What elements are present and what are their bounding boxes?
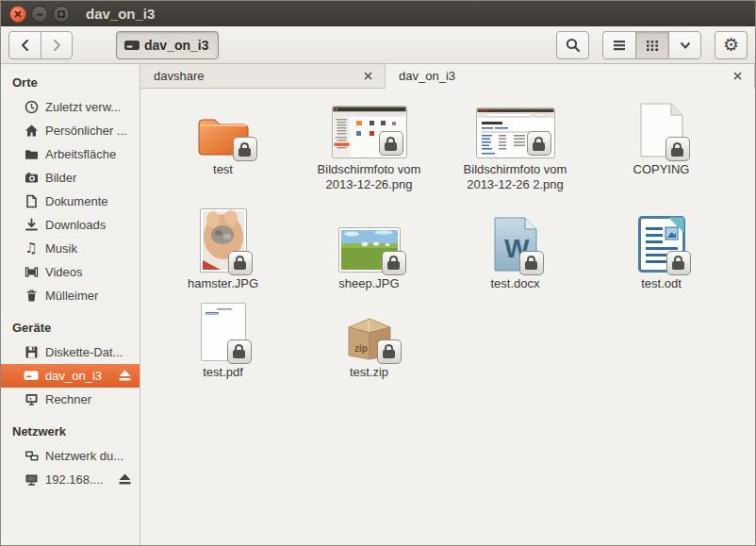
tab-davshare[interactable]: davshare [140,64,386,88]
film-icon [24,265,39,280]
places-sidebar: Orte Zuletzt verw... Persönlicher ... Ar… [1,64,140,545]
sidebar-item-muelleimer[interactable]: Mülleimer [1,284,140,307]
sidebar-item-videos[interactable]: Videos [1,260,140,284]
close-icon [364,72,372,80]
screenshot-thumbnail [332,106,407,158]
sidebar-item-label: 192.168.... [45,472,103,487]
main-area: Orte Zuletzt verw... Persönlicher ... Ar… [1,64,755,545]
content-column: davshare dav_on_i3 [140,64,755,545]
sidebar-item-192-168[interactable]: 192.168.... [1,468,140,491]
clock-icon [24,100,39,115]
chevron-down-icon [678,38,693,53]
file-test-folder[interactable]: test [150,98,296,193]
sidebar-item-bilder[interactable]: Bilder [1,166,140,190]
eject-button[interactable] [118,472,132,488]
file-copying[interactable]: COPYING [588,98,734,193]
sidebar-item-label: Videos [45,265,83,279]
trash-icon [24,289,39,304]
lock-emblem [382,251,406,275]
sidebar-item-label: Zuletzt verw... [45,100,121,114]
folder-icon [195,111,252,158]
file-test-docx[interactable]: W test.docx [442,207,588,291]
nav-button-group [8,31,73,59]
eject-icon [118,369,132,382]
grid-row: test.pdf zip [150,303,755,380]
file-name: test.odt [641,276,682,291]
file-test-zip[interactable]: zip test.zip [296,303,442,380]
file-name: test.docx [490,276,539,291]
sidebar-item-label: Persönlicher ... [45,124,127,138]
chevron-right-icon [48,37,65,54]
window-title: dav_on_i3 [86,6,155,22]
photo-thumbnail [200,208,247,273]
sidebar-item-label: dav_on_i3 [45,369,102,383]
lock-emblem [519,251,544,275]
photo-thumbnail [338,227,401,273]
sidebar-item-dav-on-i3[interactable]: dav_on_i3 [1,364,140,388]
list-view-icon [612,38,627,53]
word-document-icon: W [493,216,538,273]
close-icon [733,72,742,80]
tab-close-button[interactable] [730,69,745,84]
tab-close-button[interactable] [360,69,375,84]
sidebar-item-label: Bilder [45,171,76,185]
sidebar-item-arbeitsflaeche[interactable]: Arbeitsfläche [1,142,140,166]
sidebar-item-rechner[interactable]: Rechner [1,388,140,411]
sidebar-item-dokumente[interactable]: Dokumente [1,190,140,213]
network-server-icon [24,472,39,488]
gear-menu-button[interactable]: ⚙ [715,31,748,59]
file-name: Bildschirmfoto vom 2013-12-26.png [309,162,430,193]
file-bildschirmfoto-1[interactable]: Bildschirmfoto vom 2013-12-26.png [296,98,442,193]
lock-emblem [227,339,252,364]
sidebar-item-zuletzt-verwendet[interactable]: Zuletzt verw... [1,95,140,119]
file-manager-window: dav_on_i3 dav_on_i3 [0,0,756,546]
file-name: sheep.JPG [338,276,399,291]
sidebar-section-orte: Orte Zuletzt verw... Persönlicher ... Ar… [1,70,140,307]
sidebar-section-geraete: Geräte Diskette-Dat... dav_on_i3 Rechner [1,315,140,411]
sidebar-item-diskette[interactable]: Diskette-Dat... [1,340,140,364]
toolbar-right: ⚙ [556,31,748,59]
sidebar-item-label: Rechner [45,392,91,406]
tab-dav-on-i3[interactable]: dav_on_i3 [386,64,755,89]
file-name: COPYING [633,162,690,177]
file-name: Bildschirmfoto vom 2013-12-26 2.png [455,162,576,193]
file-test-pdf[interactable]: test.pdf [150,303,296,380]
file-sheep-jpg[interactable]: sheep.JPG [296,207,442,291]
grid-row: test [150,98,755,193]
file-grid: test [140,89,755,545]
music-notes-icon: ♫ [24,241,39,256]
eject-button[interactable] [118,369,132,385]
sidebar-item-musik[interactable]: ♫ Musik [1,237,140,260]
search-button[interactable] [556,31,589,59]
view-button-group [602,31,701,59]
sidebar-section-netzwerk: Netzwerk Netzwerk du... 192.168.... [1,419,140,491]
sidebar-item-downloads[interactable]: Downloads [1,213,140,237]
search-icon [565,37,582,54]
path-button[interactable]: dav_on_i3 [116,31,219,59]
sidebar-item-persoenlicher-ordner[interactable]: Persönlicher ... [1,119,140,142]
folder-icon [24,147,39,162]
file-test-odt[interactable]: test.odt [588,207,734,291]
list-view-button[interactable] [602,31,635,59]
sidebar-item-netzwerk-durchsuchen[interactable]: Netzwerk du... [1,444,140,468]
back-button[interactable] [8,31,41,59]
sidebar-item-label: Dokumente [45,194,107,208]
sidebar-item-label: Downloads [45,218,106,232]
sidebar-item-label: Mülleimer [45,289,98,303]
file-name: test.zip [350,365,388,380]
file-hamster-jpg[interactable]: hamster.JPG [150,207,296,291]
close-button[interactable] [9,6,26,23]
section-header-orte: Orte [1,70,140,95]
sidebar-item-label: Arbeitsfläche [45,147,116,161]
maximize-button[interactable] [53,6,70,23]
view-options-dropdown[interactable] [668,31,701,59]
grid-view-button[interactable] [635,31,668,59]
forward-button[interactable] [41,31,73,59]
close-icon [13,9,23,19]
harddisk-icon [24,369,39,384]
odt-document-icon [638,216,685,273]
minimize-icon [35,9,44,19]
file-bildschirmfoto-2[interactable]: Bildschirmfoto vom 2013-12-26 2.png [442,98,588,193]
lock-emblem [666,251,691,275]
minimize-button[interactable] [31,6,48,23]
